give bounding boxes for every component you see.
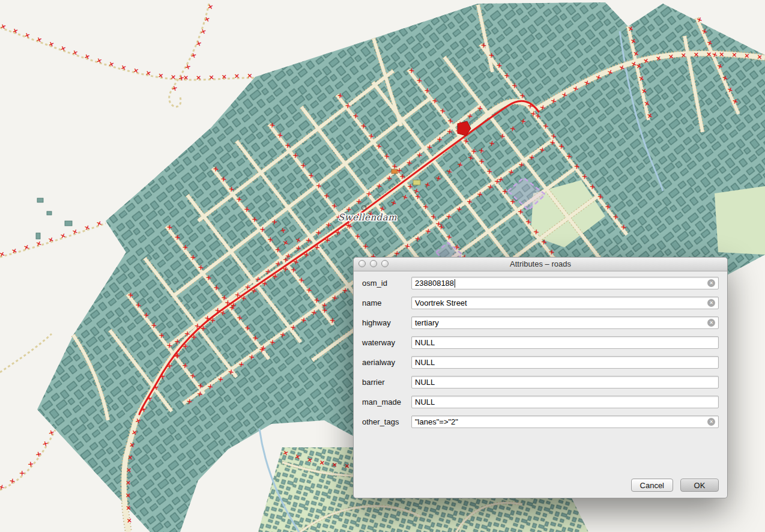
window-controls [358,260,389,267]
clear-field-icon[interactable]: ✕ [707,279,715,287]
dialog-title: Attributes – roads [354,258,727,271]
field-value: NULL [415,378,435,387]
dialog-buttons: Cancel OK [631,479,719,492]
attribute-row: man_made NULL [362,396,719,408]
attribute-row: barrier NULL [362,376,719,388]
app-window: ×××××××××××××××××××× ×××××××××××××××××××… [0,0,765,532]
field-value: tertiary [415,318,439,327]
field-value: "lanes"=>"2" [415,417,458,426]
minimize-button[interactable] [370,260,377,267]
attribute-row: name Voortrek Street ✕ [362,297,719,309]
field-label: other_tags [362,417,411,426]
clear-field-icon[interactable]: ✕ [707,319,715,327]
field-label: man_made [362,397,411,407]
attribute-row: osm_id 238808188 ✕ [362,277,719,289]
field-label: waterway [362,338,411,347]
field-value: NULL [415,397,435,407]
field-value: NULL [415,338,435,347]
field-label: highway [362,318,411,327]
field-label: name [362,298,411,307]
field-label: osm_id [362,279,411,288]
place-label: Swellendam [338,212,397,223]
text-caret [455,279,455,288]
close-button[interactable] [358,260,366,267]
field-input-barrier[interactable]: NULL [411,376,719,388]
field-input-name[interactable]: Voortrek Street ✕ [411,297,719,309]
clear-field-icon[interactable]: ✕ [707,299,715,307]
dialog-titlebar[interactable]: Attributes – roads [354,258,727,271]
field-input-man_made[interactable]: NULL [411,396,719,408]
cancel-button[interactable]: Cancel [631,479,673,492]
attribute-row: other_tags "lanes"=>"2" ✕ [362,416,719,428]
field-label: aerialway [362,358,411,367]
field-label: barrier [362,378,411,387]
field-input-highway[interactable]: tertiary ✕ [411,316,719,329]
field-input-waterway[interactable]: NULL [411,336,719,349]
field-value: NULL [415,358,435,367]
attribute-row: waterway NULL [362,336,719,349]
field-value: 238808188 [415,279,454,288]
clear-field-icon[interactable]: ✕ [707,418,715,426]
attribute-row: aerialway NULL [362,356,719,369]
zoom-button[interactable] [381,260,389,267]
field-input-aerialway[interactable]: NULL [411,356,719,369]
field-input-osm_id[interactable]: 238808188 ✕ [411,277,719,289]
attributes-dialog: Attributes – roads osm_id 238808188 ✕ na… [353,257,728,498]
ok-button[interactable]: OK [680,479,719,492]
attributes-form: osm_id 238808188 ✕ name Voortrek Street … [362,277,719,435]
field-value: Voortrek Street [415,298,467,307]
attribute-row: highway tertiary ✕ [362,316,719,329]
field-input-other_tags[interactable]: "lanes"=>"2" ✕ [411,416,719,428]
